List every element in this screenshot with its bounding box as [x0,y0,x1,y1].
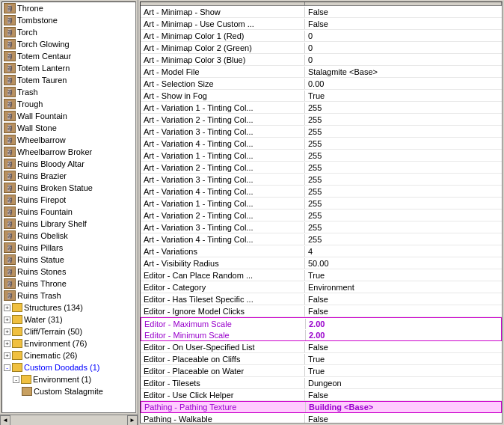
tree-item[interactable]: 🗿Wall Stone [2,122,135,134]
prop-name-cell: Art - Selection Size [141,79,305,89]
tree-group-item[interactable]: +Cinematic (26) [2,349,135,361]
table-row[interactable]: Art - Minimap - Use Custom ...False [141,18,502,30]
table-row[interactable]: Editor - Has Tileset Specific ...False [141,293,502,305]
table-row[interactable]: Art - Variation 3 - Tinting Col...255 [141,221,502,233]
table-row[interactable]: Art - Variation 2 - Tinting Col...255 [141,162,502,174]
table-row[interactable]: Editor - Can Place Random ...True [141,269,502,281]
tree-group-item[interactable]: +Water (31) [2,314,135,325]
prop-name-cell: Editor - Maximum Scale [141,319,306,329]
tree-group-item[interactable]: -Environment (1) [2,373,135,385]
table-row[interactable]: Art - Model FileStalagmite <Base> [141,66,502,78]
tree-item[interactable]: 🗿Ruins Broken Statue [2,182,135,194]
tree-item[interactable]: 🗿Ruins Throne [2,278,135,290]
object-icon: 🗿 [4,254,16,265]
expand-icon[interactable]: + [4,328,10,335]
prop-value-cell: Stalagmite <Base> [305,67,502,77]
tree-item[interactable]: 🗿Tombstone [2,14,135,26]
table-row[interactable]: Editor - Maximum Scale2.00 [141,317,502,329]
scroll-track [10,415,127,425]
prop-row-wrapper: Art - Minimap - ShowFalse [141,6,502,18]
prop-row-wrapper: Art - Variation 4 - Tinting Col...255 [141,233,502,245]
tree-item[interactable]: 🗿Ruins Pillars [2,242,135,254]
table-row[interactable]: Art - Variation 1 - Tinting Col...255 [141,150,502,162]
table-row[interactable]: Art - Minimap Color 3 (Blue)0 [141,54,502,66]
prop-value-cell: True [305,270,502,281]
table-row[interactable]: Art - Variation 4 - Tinting Col...255 [141,138,502,150]
table-row[interactable]: Art - Variation 1 - Tinting Col...255 [141,198,502,210]
table-row[interactable]: Editor - Ignore Model ClicksFalse [141,305,502,317]
prop-value-cell: 4 [305,246,502,257]
table-row[interactable]: Editor - TilesetsDungeon [141,377,502,389]
object-tree[interactable]: 🗿Throne🗿Tombstone🗿Torch🗿Torch Glowing🗿To… [1,1,136,413]
table-row[interactable]: Editor - CategoryEnvironment [141,281,502,293]
tree-item[interactable]: 🗿Wall Fountain [2,110,135,122]
tree-item[interactable]: 🗿Ruins Brazier [2,170,135,182]
tree-group-item[interactable]: -Custom Doodads (1) [2,361,135,373]
tree-item-label: Torch Glowing [17,40,70,49]
table-row[interactable]: Pathing - WalkableFalse [141,413,502,424]
table-row[interactable]: Art - Visibility Radius50.00 [141,257,502,269]
tree-item[interactable]: 🗿Torch [2,26,135,38]
prop-row-wrapper: Art - Minimap Color 3 (Blue)0 [141,54,502,66]
table-row[interactable]: Art - Variation 2 - Tinting Col...255 [141,114,502,126]
expand-icon[interactable]: + [4,352,10,359]
table-row[interactable]: Art - Selection Size0.00 [141,78,502,90]
tree-item[interactable]: 🗿Totem Lantern [2,62,135,74]
object-icon: 🗿 [4,183,16,193]
prop-name-cell: Art - Visibility Radius [141,258,305,269]
tree-item[interactable]: 🗿Ruins Trash [2,290,135,302]
table-row[interactable]: Art - Variation 4 - Tinting Col...255 [141,186,502,198]
tree-item[interactable]: 🗿Ruins Bloody Altar [2,158,135,170]
tree-item-label: Ruins Firepot [17,195,66,204]
table-row[interactable]: Art - Variation 3 - Tinting Col...255 [141,126,502,138]
tree-item[interactable]: 🗿Ruins Obelisk [2,230,135,242]
table-row[interactable]: Editor - Placeable on WaterTrue [141,365,502,377]
object-icon: 🗿 [4,27,16,37]
tree-group-item[interactable]: Custom Stalagmite [2,385,135,397]
table-row[interactable]: Art - Variation 1 - Tinting Col...255 [141,102,502,114]
expand-icon[interactable]: + [4,317,10,323]
table-row[interactable]: Art - Show in FogTrue [141,90,502,102]
prop-name-cell: Art - Variation 2 - Tinting Col... [141,114,305,125]
tree-item[interactable]: 🗿Throne [2,2,135,14]
tree-group-item[interactable]: +Cliff/Terrain (50) [2,325,135,337]
table-row[interactable]: Editor - Placeable on CliffsTrue [141,353,502,365]
tree-group-item[interactable]: +Structures (134) [2,302,135,314]
table-row[interactable]: Pathing - Pathing TextureBuilding <Base> [141,401,502,413]
tree-item[interactable]: 🗿Totem Centaur [2,50,135,62]
table-row[interactable]: Art - Variations4 [141,245,502,257]
properties-table[interactable]: Art - Minimap - ShowFalseArt - Minimap -… [140,1,503,424]
tree-item[interactable]: 🗿Totem Tauren [2,74,135,86]
expand-icon[interactable]: + [4,305,10,311]
table-row[interactable]: Editor - Use Click HelperFalse [141,389,502,401]
tree-item[interactable]: 🗿Wheelbarrow [2,134,135,146]
table-row[interactable]: Art - Minimap Color 2 (Green)0 [141,42,502,54]
expand-icon[interactable]: + [4,340,10,347]
table-row[interactable]: Art - Minimap Color 1 (Red)0 [141,30,502,42]
tree-item[interactable]: 🗿Wheelbarrow Broker [2,146,135,158]
prop-name-cell: Art - Variation 4 - Tinting Col... [141,234,305,245]
table-row[interactable]: Art - Variation 3 - Tinting Col...255 [141,174,502,186]
table-row[interactable]: Editor - Minimum Scale2.00 [141,329,502,341]
tree-group-item[interactable]: +Environment (76) [2,337,135,349]
tree-item[interactable]: 🗿Ruins Library Shelf [2,218,135,230]
table-row[interactable]: Art - Variation 4 - Tinting Col...255 [141,233,502,245]
tree-item[interactable]: 🗿Trough [2,98,135,110]
scroll-right-button[interactable]: ► [127,415,138,426]
collapse-icon[interactable]: - [13,376,19,383]
table-row[interactable]: Art - Minimap - ShowFalse [141,6,502,18]
prop-rows: Art - Minimap - ShowFalseArt - Minimap -… [141,6,502,424]
table-row[interactable]: Art - Variation 2 - Tinting Col...255 [141,210,502,221]
tree-item[interactable]: 🗿Ruins Firepot [2,194,135,206]
table-row[interactable]: Editor - On User-Specified ListFalse [141,341,502,353]
tree-item[interactable]: 🗿Ruins Stones [2,266,135,278]
tree-item[interactable]: 🗿Trash [2,86,135,98]
tree-item[interactable]: 🗿Torch Glowing [2,38,135,50]
tree-item[interactable]: 🗿Ruins Statue [2,254,135,266]
prop-row-wrapper: Art - Variation 3 - Tinting Col...255 [141,126,502,138]
horizontal-scrollbar[interactable]: ◄ ► [0,415,138,425]
tree-item[interactable]: 🗿Ruins Fountain [2,206,135,218]
collapse-icon[interactable]: - [4,364,10,371]
prop-value-cell: False [305,306,502,317]
scroll-left-button[interactable]: ◄ [0,415,10,426]
